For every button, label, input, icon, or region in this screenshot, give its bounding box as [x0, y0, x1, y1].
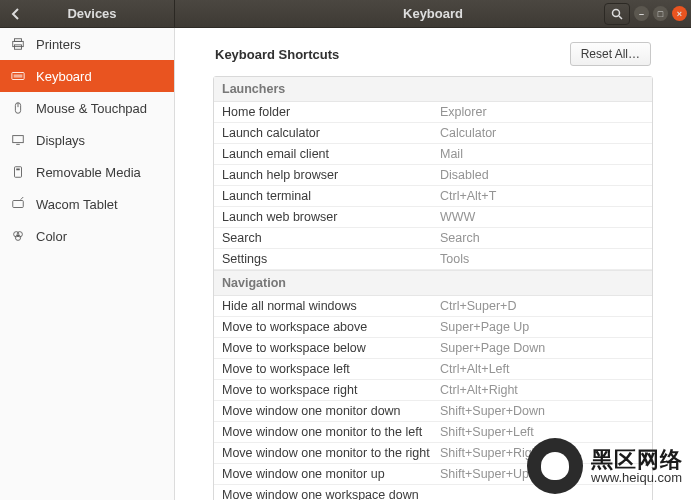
sidebar-item-mouse-touchpad[interactable]: Mouse & Touchpad [0, 92, 174, 124]
shortcut-label: Hide all normal windows [222, 299, 440, 313]
shortcut-row[interactable]: Move to workspace leftCtrl+Alt+Left [214, 359, 652, 380]
shortcut-label: Launch help browser [222, 168, 440, 182]
left-panel-title: Devices [32, 6, 174, 21]
shortcut-value: Mail [440, 147, 644, 161]
shortcut-row[interactable]: Move to workspace belowSuper+Page Down [214, 338, 652, 359]
close-button[interactable]: × [672, 6, 687, 21]
display-icon [10, 132, 26, 148]
tablet-icon [10, 196, 26, 212]
main-panel: Keyboard Shortcuts Reset All… LaunchersH… [175, 28, 691, 500]
color-icon [10, 228, 26, 244]
sidebar-item-printers[interactable]: Printers [0, 28, 174, 60]
shortcut-value: Disabled [440, 168, 644, 182]
sidebar-item-keyboard[interactable]: Keyboard [0, 60, 174, 92]
shortcut-value: Super+Page Up [440, 320, 644, 334]
sidebar-item-label: Keyboard [36, 69, 92, 84]
search-button[interactable] [604, 3, 630, 25]
shortcut-value: Shift+Super+Right [440, 446, 644, 460]
sidebar: PrintersKeyboardMouse & TouchpadDisplays… [0, 28, 175, 500]
shortcut-row[interactable]: Launch calculatorCalculator [214, 123, 652, 144]
shortcut-label: Settings [222, 252, 440, 266]
shortcut-row[interactable]: Launch web browserWWW [214, 207, 652, 228]
shortcut-value: Search [440, 231, 644, 245]
shortcut-row[interactable]: Hide all normal windowsCtrl+Super+D [214, 296, 652, 317]
shortcut-label: Move to workspace left [222, 362, 440, 376]
sidebar-item-label: Removable Media [36, 165, 141, 180]
svg-rect-14 [13, 201, 24, 208]
shortcut-list: LaunchersHome folderExplorerLaunch calcu… [213, 76, 653, 500]
shortcut-row[interactable]: Launch terminalCtrl+Alt+T [214, 186, 652, 207]
shortcut-label: Move window one monitor to the left [222, 425, 440, 439]
shortcut-label: Launch calculator [222, 126, 440, 140]
shortcut-row[interactable]: SearchSearch [214, 228, 652, 249]
shortcut-label: Move window one monitor to the right [222, 446, 440, 460]
back-button[interactable] [0, 8, 32, 20]
svg-rect-10 [13, 136, 24, 143]
sidebar-item-label: Wacom Tablet [36, 197, 118, 212]
maximize-button[interactable]: □ [653, 6, 668, 21]
shortcut-row[interactable]: Home folderExplorer [214, 102, 652, 123]
shortcut-value: Calculator [440, 126, 644, 140]
shortcut-row[interactable]: Move to workspace rightCtrl+Alt+Right [214, 380, 652, 401]
sidebar-item-label: Color [36, 229, 67, 244]
shortcut-row[interactable]: Move window one monitor to the leftShift… [214, 422, 652, 443]
shortcut-label: Move window one monitor down [222, 404, 440, 418]
svg-line-15 [21, 197, 24, 200]
mouse-icon [10, 100, 26, 116]
shortcut-row[interactable]: Launch email clientMail [214, 144, 652, 165]
sidebar-item-label: Printers [36, 37, 81, 52]
sidebar-item-label: Displays [36, 133, 85, 148]
shortcut-label: Search [222, 231, 440, 245]
keyboard-icon [10, 68, 26, 84]
svg-rect-12 [15, 167, 22, 178]
shortcut-value: Tools [440, 252, 644, 266]
reset-all-button[interactable]: Reset All… [570, 42, 651, 66]
titlebar: Devices Keyboard – □ × [0, 0, 691, 28]
sidebar-item-wacom-tablet[interactable]: Wacom Tablet [0, 188, 174, 220]
shortcut-label: Move to workspace right [222, 383, 440, 397]
shortcut-value: Shift+Super+Up [440, 467, 644, 481]
window-title: Keyboard [403, 6, 463, 21]
shortcut-value: Ctrl+Super+D [440, 299, 644, 313]
shortcut-value: WWW [440, 210, 644, 224]
shortcut-label: Launch web browser [222, 210, 440, 224]
shortcut-row[interactable]: Launch help browserDisabled [214, 165, 652, 186]
media-icon [10, 164, 26, 180]
svg-point-0 [613, 9, 620, 16]
sidebar-item-color[interactable]: Color [0, 220, 174, 252]
sidebar-item-removable-media[interactable]: Removable Media [0, 156, 174, 188]
shortcut-value: Explorer [440, 105, 644, 119]
shortcut-label: Move window one monitor up [222, 467, 440, 481]
shortcut-label: Move window one workspace down [222, 488, 440, 500]
svg-rect-5 [12, 73, 24, 80]
printer-icon [10, 36, 26, 52]
shortcut-value: Ctrl+Alt+T [440, 189, 644, 203]
shortcut-label: Launch terminal [222, 189, 440, 203]
section-header: Navigation [214, 270, 652, 296]
shortcut-value: Shift+Super+Left [440, 425, 644, 439]
shortcut-row[interactable]: Move window one monitor to the rightShif… [214, 443, 652, 464]
shortcut-label: Move to workspace above [222, 320, 440, 334]
shortcut-row[interactable]: SettingsTools [214, 249, 652, 270]
shortcut-label: Home folder [222, 105, 440, 119]
minimize-button[interactable]: – [634, 6, 649, 21]
search-icon [611, 8, 623, 20]
shortcut-value: Super+Page Down [440, 341, 644, 355]
sidebar-item-displays[interactable]: Displays [0, 124, 174, 156]
shortcut-label: Move to workspace below [222, 341, 440, 355]
shortcut-row[interactable]: Move window one monitor downShift+Super+… [214, 401, 652, 422]
shortcut-label: Launch email client [222, 147, 440, 161]
shortcut-row[interactable]: Move window one monitor upShift+Super+Up [214, 464, 652, 485]
chevron-left-icon [10, 8, 22, 20]
shortcut-value: Shift+Super+Down [440, 404, 644, 418]
svg-line-1 [619, 16, 622, 19]
sidebar-item-label: Mouse & Touchpad [36, 101, 147, 116]
shortcut-row[interactable]: Move to workspace aboveSuper+Page Up [214, 317, 652, 338]
page-title: Keyboard Shortcuts [215, 47, 339, 62]
shortcut-value: Ctrl+Alt+Left [440, 362, 644, 376]
section-header: Launchers [214, 77, 652, 102]
shortcut-row[interactable]: Move window one workspace down [214, 485, 652, 500]
svg-rect-13 [16, 169, 20, 171]
shortcut-value: Ctrl+Alt+Right [440, 383, 644, 397]
